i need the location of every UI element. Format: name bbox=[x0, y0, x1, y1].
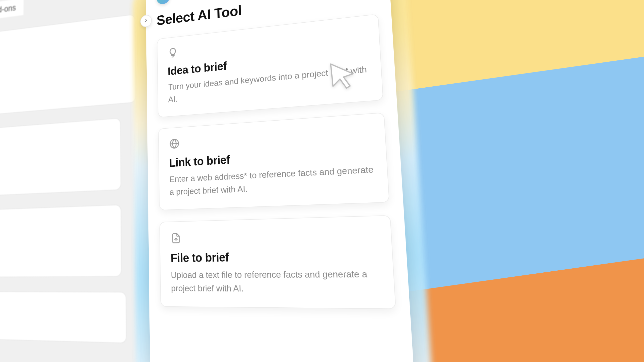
tool-title: File to brief bbox=[171, 248, 380, 265]
manage-addons-label: Manage add-ons bbox=[0, 3, 16, 19]
globe-icon bbox=[169, 137, 180, 150]
ai-badge-text: AI bbox=[160, 0, 167, 1]
ai-tool-panel: AI Select AI Tool Idea to brief Turn you… bbox=[146, 0, 414, 362]
tool-description: Upload a text file to reference facts an… bbox=[171, 267, 382, 296]
background-card bbox=[0, 118, 121, 197]
tool-card-file-to-brief[interactable]: File to brief Upload a text file to refe… bbox=[159, 215, 396, 309]
background-card bbox=[0, 205, 122, 277]
manage-addons-tab[interactable]: Manage add-ons bbox=[0, 0, 24, 24]
ai-badge: AI bbox=[156, 0, 170, 5]
left-background-area: Manage add-ons bbox=[0, 0, 148, 362]
tool-card-idea-to-brief[interactable]: Idea to brief Turn your ideas and keywor… bbox=[157, 14, 384, 118]
background-card bbox=[0, 14, 136, 118]
file-upload-icon bbox=[170, 232, 182, 244]
tool-card-link-to-brief[interactable]: Link to brief Enter a web address* to re… bbox=[158, 112, 390, 210]
lightbulb-icon bbox=[167, 47, 178, 59]
background-card bbox=[0, 291, 127, 343]
chevron-right-icon bbox=[144, 17, 148, 24]
